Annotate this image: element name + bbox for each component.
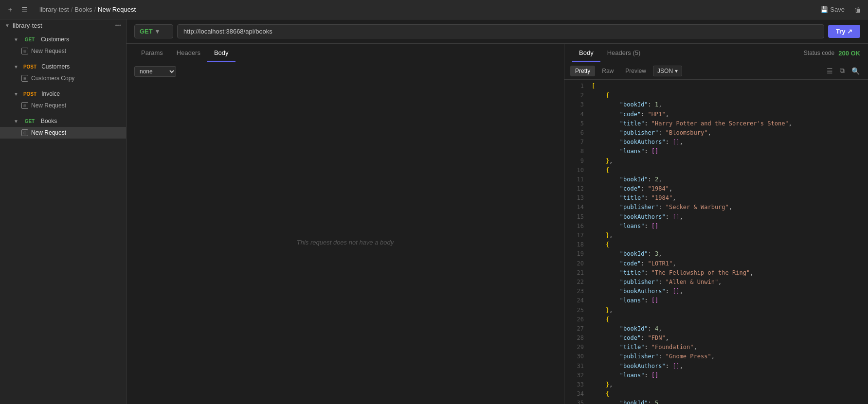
- json-line: 18 {: [564, 240, 868, 249]
- json-line: 4 "code": "HP1",: [564, 110, 868, 119]
- json-line: 8 "loans": []: [564, 147, 868, 156]
- json-line: 29 "title": "Foundation",: [564, 343, 868, 352]
- url-input[interactable]: [177, 24, 824, 38]
- chevron-down-icon: ▼: [14, 37, 18, 42]
- main-layout: ▼ library-test ••• ▼ GET Customers ⊞ New…: [0, 19, 868, 404]
- tab-headers[interactable]: Headers: [170, 44, 207, 62]
- json-line: 23 "bookAuthors": [],: [564, 287, 868, 296]
- breadcrumb-sep2: /: [94, 6, 96, 13]
- sidebar-subitem-new-request-2[interactable]: ⊞ New Request: [0, 100, 126, 111]
- breadcrumb-folder: Books: [74, 6, 92, 13]
- json-format-selector[interactable]: JSON ▾: [653, 66, 682, 76]
- sidebar-subitem-new-request-1[interactable]: ⊞ New Request: [0, 45, 126, 57]
- status-label: Status code: [804, 50, 834, 56]
- toolbar-icons: ☰ ⧉ 🔍: [824, 65, 862, 76]
- json-line: 16 "loans": []: [564, 222, 868, 231]
- save-button[interactable]: 💾 Save: [816, 4, 849, 15]
- request-icon: ⊞: [21, 129, 28, 136]
- try-button[interactable]: Try ↗: [828, 25, 860, 38]
- json-line: 32 "loans": []: [564, 371, 868, 380]
- json-line: 30 "publisher": "Gnome Press",: [564, 352, 868, 361]
- sidebar-item-label: Books: [41, 118, 57, 124]
- sidebar-item-get-books[interactable]: ▼ GET Books: [0, 115, 126, 127]
- response-tabs: Body Headers (5): [572, 44, 647, 62]
- json-line: 34 {: [564, 389, 868, 399]
- chevron-down-icon: ▼: [14, 119, 18, 124]
- json-line: 10 {: [564, 166, 868, 175]
- top-bar-right: 💾 Save 🗑: [816, 4, 863, 16]
- chevron-down-icon: ▼: [5, 23, 10, 28]
- format-pretty-button[interactable]: Pretty: [570, 66, 595, 76]
- sidebar-subitem-label: New Request: [31, 102, 66, 109]
- sidebar-group-get-books: ▼ GET Books ⊞ New Request: [0, 113, 126, 141]
- sidebar-item-post-invoice[interactable]: ▼ POST Invoice: [0, 88, 126, 100]
- sidebar-group-get-customers: ▼ GET Customers ⊞ New Request: [0, 32, 126, 59]
- sidebar-item-label: Customers: [41, 36, 69, 43]
- method-badge-post: POST: [21, 91, 38, 97]
- method-badge-get: GET: [21, 118, 38, 124]
- filter-icon[interactable]: ☰: [824, 65, 835, 76]
- sidebar-item-get-customers[interactable]: ▼ GET Customers: [0, 34, 126, 45]
- json-line: 7 "bookAuthors": [],: [564, 138, 868, 147]
- response-tab-headers[interactable]: Headers (5): [600, 44, 648, 62]
- breadcrumb-project: library-test: [39, 6, 69, 13]
- sidebar-collection-name: library-test: [13, 22, 42, 29]
- chevron-down-icon: ▼: [14, 64, 18, 70]
- json-line: 15 "bookAuthors": [],: [564, 212, 868, 222]
- request-tabs-bar: Params Headers Body: [127, 44, 564, 62]
- json-line: 6 "publisher": "Bloomsbury",: [564, 128, 868, 138]
- chevron-down-icon: ▾: [675, 68, 678, 74]
- delete-button[interactable]: 🗑: [852, 4, 863, 16]
- body-type-selector: none form-data raw: [127, 62, 564, 81]
- right-panel: Body Headers (5) Status code 200 OK Pre: [564, 44, 868, 404]
- save-icon: 💾: [820, 6, 828, 13]
- top-bar-left: ＋ ☰: [5, 3, 30, 16]
- sidebar-collection-header[interactable]: ▼ library-test •••: [0, 19, 126, 32]
- json-line: 33 },: [564, 380, 868, 389]
- sidebar-subitem-customers-copy[interactable]: ⊞ Customers Copy: [0, 72, 126, 84]
- chevron-down-icon: ▼: [14, 91, 18, 97]
- search-icon[interactable]: 🔍: [849, 65, 862, 76]
- json-line: 19 "bookId": 3,: [564, 249, 868, 259]
- sidebar-subitem-new-request-books[interactable]: ⊞ New Request: [0, 127, 126, 139]
- copy-icon[interactable]: ⧉: [837, 65, 847, 76]
- request-icon: ⊞: [21, 102, 28, 109]
- status-value: 200 OK: [838, 50, 860, 57]
- sidebar-subitem-label: New Request: [31, 129, 66, 136]
- sidebar: ▼ library-test ••• ▼ GET Customers ⊞ New…: [0, 19, 127, 404]
- chevron-down-icon: ▾: [156, 28, 159, 35]
- json-line: 11 "bookId": 2,: [564, 175, 868, 184]
- method-badge-get: GET: [21, 36, 38, 43]
- breadcrumb-sep1: /: [71, 6, 73, 13]
- save-label: Save: [830, 6, 845, 13]
- tab-body[interactable]: Body: [207, 44, 235, 62]
- menu-button[interactable]: ☰: [19, 4, 30, 16]
- sidebar-item-label: Customers: [41, 63, 70, 70]
- json-line: 17 },: [564, 231, 868, 240]
- method-value: GET: [140, 28, 153, 35]
- json-line: 20 "code": "LOTR1",: [564, 259, 868, 268]
- format-raw-button[interactable]: Raw: [597, 66, 618, 76]
- sidebar-subitem-label: New Request: [31, 48, 66, 54]
- request-icon: ⊞: [21, 48, 28, 54]
- sidebar-more-icon[interactable]: •••: [115, 22, 121, 29]
- json-line: 3 "bookId": 1,: [564, 100, 868, 109]
- tab-params[interactable]: Params: [134, 44, 170, 62]
- method-selector[interactable]: GET ▾: [134, 24, 173, 38]
- json-line: 27 "bookId": 4,: [564, 324, 868, 334]
- body-type-select[interactable]: none form-data raw: [134, 66, 176, 77]
- json-line: 9 },: [564, 157, 868, 166]
- response-header: Body Headers (5) Status code 200 OK: [564, 44, 868, 62]
- response-tab-body[interactable]: Body: [572, 44, 600, 62]
- add-button[interactable]: ＋: [5, 3, 16, 16]
- method-badge-post: POST: [21, 64, 38, 70]
- request-icon: ⊞: [21, 75, 28, 82]
- split-layout: Params Headers Body none form-data raw: [127, 44, 868, 404]
- breadcrumb-current: New Request: [98, 6, 136, 13]
- json-line: 21 "title": "The Fellowship of the Ring"…: [564, 268, 868, 278]
- sidebar-item-post-customers[interactable]: ▼ POST Customers: [0, 61, 126, 72]
- json-line: 25 },: [564, 306, 868, 315]
- json-line: 14 "publisher": "Secker & Warburg",: [564, 203, 868, 212]
- format-preview-button[interactable]: Preview: [620, 66, 651, 76]
- json-viewer: 1[2 {3 "bookId": 1,4 "code": "HP1",5 "ti…: [564, 80, 868, 404]
